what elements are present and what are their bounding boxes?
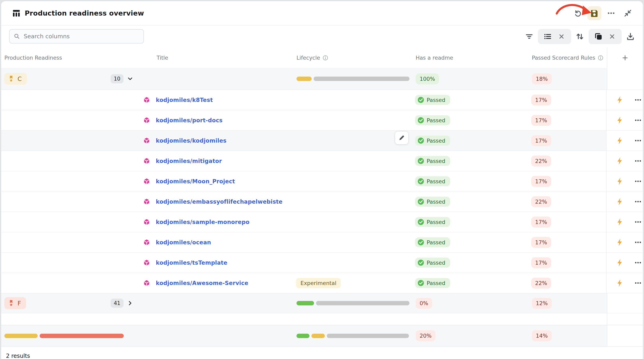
lightning-icon[interactable] xyxy=(615,278,624,288)
lightning-icon[interactable] xyxy=(615,258,624,267)
entity-link[interactable]: kodjomiles/k8Test xyxy=(156,97,213,103)
actions-cell xyxy=(606,171,643,191)
lifecycle-summary-cell xyxy=(292,325,410,346)
readme-cell: Passed xyxy=(409,192,526,212)
lightning-icon[interactable] xyxy=(615,217,624,227)
info-icon[interactable] xyxy=(322,55,328,61)
entity-link[interactable]: kodjomiles/sample-monorepo xyxy=(156,219,250,225)
scorecard-percent-badge: 22% xyxy=(531,278,551,289)
column-header-has-a-readme[interactable]: Has a readme xyxy=(410,55,527,61)
more-options-button[interactable] xyxy=(604,6,618,20)
chevron-right-icon[interactable] xyxy=(127,300,134,306)
title-cell: kodjomiles/Awesome-Service xyxy=(136,273,292,293)
entity-link[interactable]: kodjomiles/Awesome-Service xyxy=(156,280,248,286)
passed-badge: Passed xyxy=(415,197,450,207)
lifecycle-cell xyxy=(292,151,409,171)
entity-link[interactable]: kodjomiles/port-docs xyxy=(156,117,222,124)
bar-segment xyxy=(4,334,38,338)
table-row: kodjomiles/Awesome-Service Experimental … xyxy=(1,273,643,293)
row-more-icon[interactable] xyxy=(633,237,643,247)
readme-percent-badge: 100% xyxy=(416,73,439,84)
entity-link[interactable]: kodjomiles/tsTemplate xyxy=(156,259,227,266)
lightning-icon[interactable] xyxy=(615,237,624,247)
scorecard-cell: 17% xyxy=(527,232,606,252)
readme-cell: Passed xyxy=(409,212,526,232)
entity-link[interactable]: kodjomiles/mitigator xyxy=(156,158,222,164)
lifecycle-distribution-bar xyxy=(296,301,410,305)
passed-badge: Passed xyxy=(415,156,450,166)
scorecard-percent-badge: 17% xyxy=(531,95,551,106)
row-more-icon[interactable] xyxy=(633,278,643,288)
lightning-icon[interactable] xyxy=(615,177,624,186)
download-icon[interactable] xyxy=(625,31,636,42)
row-more-icon[interactable] xyxy=(633,177,643,186)
column-header-passed-scorecard-rules[interactable]: Passed Scorecard Rules xyxy=(527,55,607,61)
row-more-icon[interactable] xyxy=(633,136,643,145)
entity-link[interactable]: kodjomiles/embassyoflifechapelwebiste xyxy=(156,198,282,205)
lightning-icon[interactable] xyxy=(615,136,624,145)
service-icon xyxy=(144,137,150,144)
actions-cell xyxy=(607,293,643,313)
add-column-button[interactable] xyxy=(607,48,643,68)
info-icon[interactable] xyxy=(598,55,604,61)
lightning-icon[interactable] xyxy=(615,197,624,206)
check-circle-icon xyxy=(418,178,424,185)
passed-badge: Passed xyxy=(415,176,450,186)
column-header-title[interactable]: Title xyxy=(137,55,292,61)
copy-view-icon[interactable] xyxy=(593,31,603,42)
undo-button[interactable] xyxy=(571,6,584,20)
search-input[interactable] xyxy=(23,33,140,40)
bar-segment xyxy=(296,334,310,338)
entity-link[interactable]: kodjomiles/ocean xyxy=(156,239,211,246)
service-icon xyxy=(144,239,150,245)
clear-copy-icon[interactable] xyxy=(607,31,617,42)
scorecard-cell: 17% xyxy=(527,212,606,232)
row-more-icon[interactable] xyxy=(633,95,643,105)
readiness-summary-cell xyxy=(1,325,137,346)
lifecycle-cell xyxy=(292,293,410,313)
readme-cell: Passed xyxy=(409,90,526,110)
bar-segment xyxy=(314,77,410,81)
lightning-icon[interactable] xyxy=(615,95,624,105)
actions-cell xyxy=(606,110,643,130)
check-circle-icon xyxy=(418,280,424,286)
readme-cell: Passed xyxy=(409,151,526,171)
sort-icon[interactable] xyxy=(575,31,585,42)
row-more-icon[interactable] xyxy=(633,258,643,267)
bar-segment xyxy=(312,334,325,338)
search-box[interactable] xyxy=(9,29,144,44)
table: Production Readiness Title Lifecycle Has… xyxy=(1,48,643,347)
table-header-row: Production Readiness Title Lifecycle Has… xyxy=(1,48,643,68)
scorecard-cell: 12% xyxy=(527,293,607,313)
entity-link[interactable]: kodjomiles/kodjomiles xyxy=(156,137,226,144)
edit-lifecycle-button[interactable] xyxy=(395,131,409,145)
scorecard-percent-badge: 17% xyxy=(531,237,551,248)
chevron-down-icon[interactable] xyxy=(127,75,134,82)
filter-icon[interactable] xyxy=(524,31,534,42)
lifecycle-distribution-bar xyxy=(296,77,410,81)
table-row: kodjomiles/sample-monorepo Passed 17% xyxy=(1,212,643,232)
check-circle-icon xyxy=(418,117,424,124)
clear-group-by-icon[interactable] xyxy=(556,31,567,42)
collapse-button[interactable] xyxy=(621,6,635,20)
row-more-icon[interactable] xyxy=(633,156,643,166)
service-icon xyxy=(144,97,150,103)
toolbar xyxy=(1,26,643,48)
entity-link[interactable]: kodjomiles/Moon_Project xyxy=(156,178,235,185)
group-by-list-icon[interactable] xyxy=(542,31,553,42)
scorecard-cell: 17% xyxy=(527,171,606,191)
row-more-icon[interactable] xyxy=(633,116,643,125)
lightning-icon[interactable] xyxy=(615,156,624,166)
column-header-production-readiness[interactable]: Production Readiness xyxy=(1,55,137,61)
service-icon xyxy=(144,178,150,184)
readme-percent-badge: 20% xyxy=(416,330,436,341)
actions-cell xyxy=(606,253,643,273)
column-header-lifecycle[interactable]: Lifecycle xyxy=(292,55,410,61)
readiness-cell xyxy=(1,273,136,293)
save-button[interactable] xyxy=(588,6,601,20)
row-more-icon[interactable] xyxy=(633,217,643,227)
actions-cell xyxy=(606,131,643,151)
lightning-icon[interactable] xyxy=(615,116,624,125)
row-more-icon[interactable] xyxy=(633,197,643,206)
check-circle-icon xyxy=(418,239,424,246)
